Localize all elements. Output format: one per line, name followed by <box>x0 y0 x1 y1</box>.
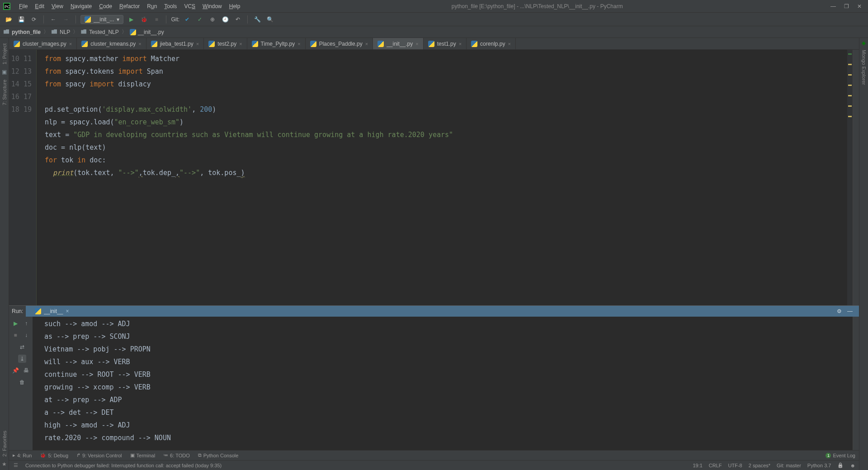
menu-navigate[interactable]: Navigate <box>67 3 95 9</box>
save-icon[interactable]: 💾 <box>16 14 26 24</box>
close-icon[interactable]: × <box>459 41 462 47</box>
tool-favorites-tab[interactable]: 2: Favorites <box>2 427 7 460</box>
close-icon[interactable]: × <box>297 41 300 47</box>
editor-tab-label: test1.py <box>437 41 456 47</box>
close-icon[interactable]: × <box>508 41 510 47</box>
close-icon[interactable]: × <box>138 41 141 47</box>
git-update-icon[interactable]: ✔ <box>182 14 192 24</box>
window-maximize-icon[interactable]: ❐ <box>844 3 849 9</box>
window-close-icon[interactable]: ✕ <box>857 3 862 9</box>
editor-tab[interactable]: __init__.py× <box>373 38 423 49</box>
tool-mongo-tab[interactable]: Mongo Explorer <box>861 46 867 89</box>
editor-tab[interactable]: cluster_kmeans.py× <box>77 38 146 49</box>
python-icon <box>252 41 258 47</box>
debug-icon[interactable]: 🐞 <box>139 14 149 24</box>
run-output[interactable]: such --> amod --> ADJ as --> prep --> SC… <box>33 317 853 450</box>
lock-icon[interactable] <box>837 462 844 468</box>
minimize-panel-icon[interactable]: — <box>844 308 855 314</box>
folder-icon: ▣ <box>2 69 7 75</box>
python-icon <box>35 308 41 314</box>
menu-help[interactable]: Help <box>226 3 244 9</box>
tab-run[interactable]: ▸ 4: Run <box>13 452 32 458</box>
close-icon[interactable]: × <box>196 41 199 47</box>
rerun-icon[interactable]: ▶ <box>11 319 19 328</box>
open-icon[interactable]: 📂 <box>4 14 14 24</box>
editor-tab[interactable]: jieba_test1.py× <box>146 38 204 49</box>
menu-view[interactable]: View <box>48 3 67 9</box>
scroll-down-icon[interactable]: ↓ <box>22 331 30 339</box>
breadcrumb-item[interactable]: python_file <box>4 29 41 35</box>
tab-version-control[interactable]: ↱ 9: Version Control <box>76 452 122 458</box>
stop-icon[interactable]: ■ <box>151 14 161 24</box>
search-icon[interactable]: 🔍 <box>265 14 275 24</box>
trash-icon[interactable]: 🗑 <box>18 378 26 386</box>
editor-tab-label: Places_Paddle.py <box>319 41 363 47</box>
indent-setting[interactable]: 2 spaces* <box>749 463 770 468</box>
close-icon[interactable]: × <box>415 41 418 47</box>
run-tab[interactable]: __init__ × <box>31 308 72 314</box>
print-icon[interactable]: 🖶 <box>22 366 30 375</box>
close-icon[interactable]: × <box>365 41 368 47</box>
menu-refactor[interactable]: Refactor <box>116 3 143 9</box>
run-scrollbar[interactable] <box>853 317 859 450</box>
git-clock-icon[interactable]: 🕘 <box>220 14 230 24</box>
back-icon[interactable]: ← <box>48 14 58 24</box>
tab-todo[interactable]: ≔ 6: TODO <box>163 452 190 458</box>
editor-tab[interactable]: corenlp.py× <box>467 38 516 49</box>
tab-python-console[interactable]: ⧉ Python Console <box>198 452 239 458</box>
close-icon[interactable]: × <box>66 308 69 314</box>
breadcrumb-item[interactable]: __init__.py <box>130 29 164 35</box>
menu-file[interactable]: File <box>15 3 31 9</box>
cursor-position[interactable]: 19:1 <box>693 463 702 468</box>
bottom-tool-tabs: ▸ 4: Run 🐞 5: Debug ↱ 9: Version Control… <box>9 450 859 460</box>
editor-tab[interactable]: test2.py× <box>204 38 247 49</box>
breadcrumb-item[interactable]: NLP <box>52 29 70 35</box>
forward-icon[interactable]: → <box>61 14 71 24</box>
menu-edit[interactable]: Edit <box>31 3 48 9</box>
file-encoding[interactable]: UTF-8 <box>728 463 742 468</box>
git-history-icon[interactable]: ⊕ <box>208 14 217 24</box>
line-separator[interactable]: CRLF <box>709 463 722 468</box>
close-icon[interactable]: × <box>239 41 242 47</box>
message-icon[interactable]: ☰ <box>13 462 19 469</box>
left-tool-gutter: 1: Project ▣ 7: Structure 2: Favorites ★ <box>0 38 9 470</box>
breadcrumb-item[interactable]: Tested_NLP <box>81 29 118 35</box>
editor-tab[interactable]: Time_Pyltp.py× <box>247 38 306 49</box>
menu-code[interactable]: Code <box>95 3 116 9</box>
hector-icon[interactable]: ☻ <box>850 463 855 468</box>
python-interpreter[interactable]: Python 3.7 <box>807 463 831 468</box>
git-revert-icon[interactable]: ↶ <box>233 14 243 24</box>
menu-tools[interactable]: Tools <box>160 3 180 9</box>
scroll-to-end-icon[interactable]: ⤓ <box>18 355 26 363</box>
git-branch[interactable]: Git: master <box>777 463 801 468</box>
editor-tab[interactable]: cluster_images.py× <box>9 38 77 49</box>
editor-tab[interactable]: test1.py× <box>424 38 467 49</box>
scroll-up-icon[interactable]: ↑ <box>22 319 30 328</box>
run-config-selector[interactable]: __init_... ▾ <box>80 15 123 24</box>
wrench-icon[interactable]: 🔧 <box>252 14 262 24</box>
editor-tab-label: jieba_test1.py <box>160 41 193 47</box>
tab-debug[interactable]: 🐞 5: Debug <box>40 452 68 458</box>
menu-window[interactable]: Window <box>199 3 226 9</box>
tool-structure-tab[interactable]: 7: Structure <box>2 76 7 109</box>
run-sidebar: ▶ ↑ ■ ↓ ⇄ ⤓ 📌🖶 🗑 <box>9 317 33 450</box>
soft-wrap-icon[interactable]: ⇄ <box>18 343 26 351</box>
editor-scrollbar[interactable] <box>853 50 859 305</box>
tab-terminal[interactable]: ▣ Terminal <box>130 452 156 458</box>
code-area[interactable]: from spacy.matcher import Matcher from s… <box>36 50 847 305</box>
sync-icon[interactable]: ⟳ <box>29 14 39 24</box>
tool-project-tab[interactable]: 1: Project <box>2 40 7 68</box>
close-icon[interactable]: × <box>69 41 72 47</box>
tab-event-log[interactable]: 1 Event Log <box>826 453 855 458</box>
stop-icon[interactable]: ■ <box>11 331 19 339</box>
editor-tab[interactable]: Places_Paddle.py× <box>306 38 373 49</box>
window-minimize-icon[interactable]: — <box>830 3 836 9</box>
pin-icon[interactable]: 📌 <box>11 366 19 375</box>
menu-vcs[interactable]: VCS <box>180 3 199 9</box>
gear-icon[interactable]: ⚙ <box>834 308 844 314</box>
git-commit-icon[interactable]: ✓ <box>195 14 205 24</box>
menu-run[interactable]: Run <box>143 3 160 9</box>
run-icon[interactable]: ▶ <box>126 14 136 24</box>
editor-marker-bar <box>847 50 853 305</box>
grip-icon[interactable]: ◈ <box>862 38 866 46</box>
